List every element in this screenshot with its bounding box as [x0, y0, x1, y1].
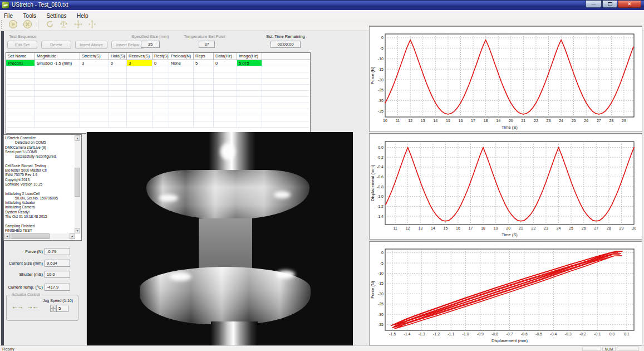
test-sequence-label: Test Sequence	[9, 34, 37, 39]
svg-text:25: 25	[572, 119, 576, 123]
table-cell	[35, 97, 80, 103]
table-cell	[6, 97, 35, 103]
table-cell	[6, 121, 35, 128]
insert-above-button[interactable]: Insert Above	[75, 41, 107, 49]
delete-button[interactable]: Delete	[41, 41, 71, 49]
status-message: Ready	[2, 347, 14, 351]
specified-size-field[interactable]: 35	[141, 41, 160, 48]
column-header[interactable]: Magnitude	[35, 53, 80, 60]
table-cell	[127, 103, 153, 109]
table-cell	[6, 72, 35, 79]
log-hscrollbar[interactable]: ◄ ►	[4, 233, 75, 240]
toolbar-grip[interactable]	[1, 20, 4, 29]
svg-text:-25: -25	[378, 302, 384, 306]
table-row[interactable]	[6, 115, 310, 121]
column-header[interactable]: Recover(S)	[127, 53, 153, 60]
jog-together-icon[interactable]: →←	[27, 303, 38, 310]
temp-set-point-field[interactable]: 37	[199, 41, 215, 48]
scroll-left-icon[interactable]: ◄	[4, 233, 10, 239]
scroll-up-icon[interactable]: ▲	[75, 135, 80, 141]
column-header[interactable]: Set Name	[6, 53, 35, 60]
table-row[interactable]	[6, 85, 310, 91]
svg-text:14: 14	[431, 226, 435, 230]
play-icon[interactable]	[8, 20, 18, 31]
column-header[interactable]: Image(Hz)	[237, 53, 262, 60]
scroll-thumb[interactable]	[11, 233, 50, 239]
svg-text:24: 24	[557, 226, 561, 230]
table-cell	[6, 91, 35, 97]
table-row[interactable]	[6, 72, 310, 79]
svg-text:16: 16	[456, 226, 460, 230]
table-cell	[127, 121, 153, 128]
svg-text:11: 11	[396, 119, 400, 123]
table-row[interactable]	[6, 79, 310, 85]
refresh-icon[interactable]	[45, 20, 55, 31]
column-header[interactable]: Rest(S)	[153, 53, 169, 60]
svg-text:-1.2: -1.2	[433, 332, 440, 336]
table-row[interactable]	[6, 121, 310, 128]
table-row[interactable]: Precon1Sinusoid -1.5 (mm)3030None505 of …	[6, 60, 310, 66]
insert-below-button[interactable]: Insert Below	[111, 41, 144, 49]
column-header[interactable]: Preload(N)	[169, 53, 194, 60]
table-cell	[169, 91, 194, 97]
column-header[interactable]: Stretch(S)	[80, 53, 109, 60]
table-cell	[109, 121, 127, 128]
move-icon[interactable]	[73, 20, 83, 31]
est-time-field: 00:00:00	[271, 41, 301, 48]
table-row[interactable]	[6, 66, 310, 72]
edit-set-button[interactable]: Edit Set	[7, 41, 37, 49]
close-button[interactable]: ×	[618, 1, 641, 8]
svg-text:Time (S): Time (S)	[502, 125, 518, 130]
table-cell: 5 of 5	[237, 60, 262, 66]
table-cell	[127, 66, 153, 72]
balance-icon[interactable]	[59, 20, 68, 31]
table-cell	[262, 66, 310, 72]
table-row[interactable]	[6, 97, 310, 103]
log-panel[interactable]: UStretch Controller Detected on COM5 DMK…	[3, 134, 82, 241]
jog-speed-stepper[interactable]: ▲ ▼	[50, 305, 56, 312]
stop-icon[interactable]	[23, 20, 32, 31]
column-header[interactable]: Data(Hz)	[214, 53, 237, 60]
table-cell	[6, 79, 35, 85]
spin-down-icon[interactable]: ▼	[50, 308, 56, 312]
column-header[interactable]: Reps	[194, 53, 214, 60]
table-cell	[169, 109, 194, 115]
table-cell	[194, 79, 214, 85]
table-cell	[214, 91, 237, 97]
status-pane	[617, 347, 639, 351]
scroll-down-icon[interactable]: ▼	[75, 228, 80, 233]
log-vscrollbar[interactable]: ▲ ▼	[75, 135, 81, 233]
table-cell	[237, 79, 262, 85]
table-cell	[35, 109, 80, 115]
column-header[interactable]: Hold(S)	[109, 53, 127, 60]
shutter-field[interactable]: 10.0	[45, 271, 70, 278]
table-row[interactable]	[6, 109, 310, 115]
scroll-right-icon[interactable]: ►	[70, 233, 75, 239]
svg-text:-10: -10	[378, 57, 384, 61]
svg-text:-0.3: -0.3	[565, 332, 572, 336]
actuator-control-group: Actuator Control ←→ →← Jog Speed (1-10) …	[6, 295, 78, 321]
scroll-thumb[interactable]	[75, 168, 80, 197]
maximize-button[interactable]	[602, 1, 617, 8]
titlebar[interactable]: UStretch - Test_080.txt — ×	[0, 1, 644, 10]
svg-text:-20: -20	[378, 78, 384, 82]
table-cell	[35, 66, 80, 72]
table-cell	[237, 72, 262, 79]
actuator-control-label: Actuator Control	[10, 292, 42, 296]
table-row[interactable]	[6, 103, 310, 109]
jog-speed-value[interactable]: 5	[56, 305, 68, 312]
calibrate-icon[interactable]	[87, 20, 97, 31]
table-cell	[109, 115, 127, 121]
jog-apart-icon[interactable]: ←→	[12, 303, 23, 310]
svg-text:13: 13	[421, 119, 425, 123]
table-cell	[194, 121, 214, 128]
table-cell	[237, 103, 262, 109]
table-row[interactable]	[6, 91, 310, 97]
table-cell	[214, 103, 237, 109]
svg-text:Force (N): Force (N)	[370, 66, 375, 84]
svg-text:0.0: 0.0	[609, 332, 615, 336]
minimize-button[interactable]: —	[586, 1, 602, 8]
table-cell	[237, 97, 262, 103]
table-cell: 0	[153, 60, 169, 66]
sequence-table[interactable]: Set NameMagnitudeStretch(S)Hold(S)Recove…	[6, 52, 311, 134]
